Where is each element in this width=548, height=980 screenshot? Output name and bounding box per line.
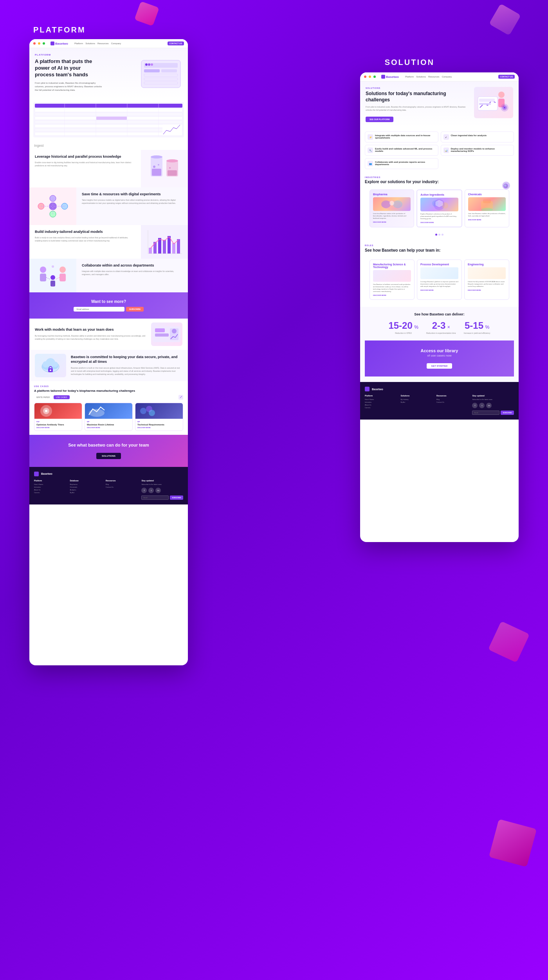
sol-footer-link-subscribe[interactable]: Subscribe for the latest news [472, 398, 514, 400]
footer-link-contact[interactable]: Contact Us [106, 486, 137, 488]
team-eng-text: Unlock the full potential of DCS/SCADA d… [468, 281, 506, 288]
sol-footer-email-input[interactable] [472, 411, 499, 415]
sol-footer-link-industries[interactable]: Industries [365, 401, 397, 403]
footer-link-subscribe[interactable]: Subscribe for the latest news [141, 483, 183, 485]
team-mst-link[interactable]: DISCOVER MORE [373, 294, 411, 296]
expand-icon[interactable]: ⤢ [178, 395, 183, 400]
feature-save-time-title: Save time & resources with digital exper… [82, 192, 182, 197]
footer-link-chemicals[interactable]: Chemicals [70, 486, 101, 488]
sol-social-li-icon[interactable]: in [486, 403, 492, 408]
platform-security-text: Basetwo platform is built on the most se… [71, 366, 182, 376]
uc-card-wp1-type: WP [87, 421, 130, 423]
svg-point-79 [140, 408, 146, 414]
industry-biopharma-link[interactable]: DISCOVER MORE [373, 221, 411, 223]
sol-footer-link-blog[interactable]: Blog [436, 398, 468, 400]
team-pd-image [420, 267, 458, 279]
footer-link-careers[interactable]: Careers [34, 492, 66, 494]
footer-col-database-title: Database [70, 479, 101, 482]
footer-link-how[interactable]: How it Saves [34, 483, 66, 485]
sol-footer-link-about[interactable]: About Us [365, 404, 397, 406]
solution-hero-button[interactable]: SEE OUR PLATFORM [366, 117, 393, 122]
nav-company[interactable]: Company [111, 42, 121, 45]
uc-card-pdf-type: PDF [36, 421, 80, 423]
sol-nav-solutions[interactable]: Solutions [416, 76, 426, 78]
platform-nav-cta[interactable]: CONTACT US [168, 41, 184, 45]
nav-platform[interactable]: Platform [74, 42, 83, 45]
deploy-icon: 📊 [443, 148, 449, 153]
use-cases-tag: USE CASES [34, 385, 183, 387]
solution-footer-grid: Platform How it Saves Industries About U… [365, 395, 514, 415]
uc-card-wp1-link[interactable]: DISCOVER MORE [87, 427, 130, 429]
svg-rect-85 [479, 99, 495, 102]
industry-chemicals-link[interactable]: DISCOVER MORE [468, 219, 506, 221]
sol-stats-row: 15-20 % Reduction in OPEX 2-3 × Reductio… [365, 320, 514, 334]
sol-nav-company[interactable]: Company [442, 76, 452, 78]
sol-footer-link-contact[interactable]: Contact Us [436, 401, 468, 403]
svg-point-74 [50, 369, 51, 371]
collab-icon: 👥 [368, 161, 373, 166]
footer-link-blog[interactable]: Blog [106, 483, 137, 485]
footer-link-analytics[interactable]: Analytics [70, 489, 101, 491]
footer-col-resources-title: Resources [106, 479, 137, 482]
svg-rect-46 [163, 240, 166, 254]
sol-social-tw-icon[interactable]: t [479, 403, 485, 408]
industry-chemicals-image [468, 197, 506, 211]
sol-stats-heading: See how Basetwo can deliver: [365, 312, 514, 316]
team-pd-link[interactable]: DISCOVER MORE [420, 289, 458, 291]
uc-card-wp2-link[interactable]: DISCOVER MORE [137, 427, 181, 429]
industry-active-link[interactable]: DISCOVER MORE [420, 222, 458, 223]
footer-link-industries[interactable]: Industries [34, 486, 66, 488]
uc-card-pdf-link[interactable]: DISCOVER MORE [36, 427, 80, 429]
social-fb-icon[interactable]: f [141, 488, 147, 493]
team-mst-text: Use Basetwo to facilitate commercial sca… [373, 283, 411, 293]
sol-feature-integrate: ⚡ Integrate with multiple data sources a… [365, 132, 438, 142]
industry-card-active-ingredients: Active Ingredients Explore Basetwo's sol… [416, 189, 462, 227]
sol-nav-platform[interactable]: Platform [405, 76, 414, 78]
platform-hero-subtitle: From pilot to industrial scale, Basetwo … [35, 81, 105, 92]
sol-social-fb-icon[interactable]: f [472, 403, 478, 408]
platform-footer-grid: Platform How it Saves Industries About U… [34, 479, 183, 500]
social-li-icon[interactable]: in [155, 488, 161, 493]
tab-white-paper[interactable]: WHITE PAPER [34, 395, 52, 399]
platform-hero-illustration [139, 58, 182, 91]
platform-hero-title: A platform that puts the power of AI in … [35, 58, 97, 78]
feature-build-text: Build a ready-to-use data analytics libr… [35, 236, 135, 242]
nav-solutions[interactable]: Solutions [85, 42, 95, 45]
platform-email-input[interactable] [74, 307, 124, 312]
sol-team-grid: Manufacturing Science & Technology Use B… [365, 256, 514, 304]
sol-footer-logo-box [365, 387, 370, 391]
sol-footer-link-how[interactable]: How it Saves [365, 398, 397, 400]
footer-link-biopharma[interactable]: Biopharma [70, 483, 101, 485]
feature-save-time-image [29, 187, 76, 225]
nav-resources[interactable]: Resources [97, 42, 109, 45]
sol-browser-dot-yellow [369, 76, 371, 78]
svg-line-58 [46, 277, 50, 279]
tab-use-cases[interactable]: USE CASES [54, 395, 70, 399]
access-button[interactable]: GET STARTED [427, 363, 452, 369]
svg-point-77 [45, 410, 47, 412]
footer-email-input[interactable] [141, 495, 169, 500]
footer-link-byact[interactable]: By Act [70, 492, 101, 494]
sol-nav-resources[interactable]: Resources [428, 76, 440, 78]
team-eng-link[interactable]: DISCOVER MORE [468, 289, 506, 291]
solution-nav-cta[interactable]: CONTACT US [498, 75, 515, 79]
platform-footer: Basetwo Platform How it Saves Industries… [29, 467, 188, 504]
footer-link-about[interactable]: About Us [34, 489, 66, 491]
dot-2[interactable] [438, 234, 440, 236]
footer-logo-box [34, 472, 39, 476]
platform-subscribe-button[interactable]: SUBSCRIBE [126, 307, 144, 312]
sol-footer-link-byact[interactable]: By Act [400, 401, 432, 403]
social-tw-icon[interactable]: t [148, 488, 154, 493]
sol-footer-subscribe-button[interactable]: SUBSCRIBE [501, 411, 514, 415]
platform-cta-title: Want to see more? [36, 299, 181, 304]
dot-3[interactable] [442, 234, 443, 236]
industry-active-title: Active Ingredients [420, 193, 458, 196]
feature-collaborate-title: Collaborate within and across department… [82, 263, 182, 268]
platform-footer-col-platform: Platform How it Saves Industries About U… [34, 479, 66, 500]
team-pd-text: Leverage Basetwo's platform to improve u… [420, 281, 458, 288]
footer-subscribe-button[interactable]: SUBSCRIBE [170, 495, 183, 500]
platform-see-what-button[interactable]: SOLUTIONS [96, 453, 121, 459]
sol-footer-link-careers[interactable]: Careers [365, 407, 397, 409]
sol-footer-link-byindustry[interactable]: By Industry [400, 398, 432, 400]
dot-1[interactable] [435, 234, 437, 236]
